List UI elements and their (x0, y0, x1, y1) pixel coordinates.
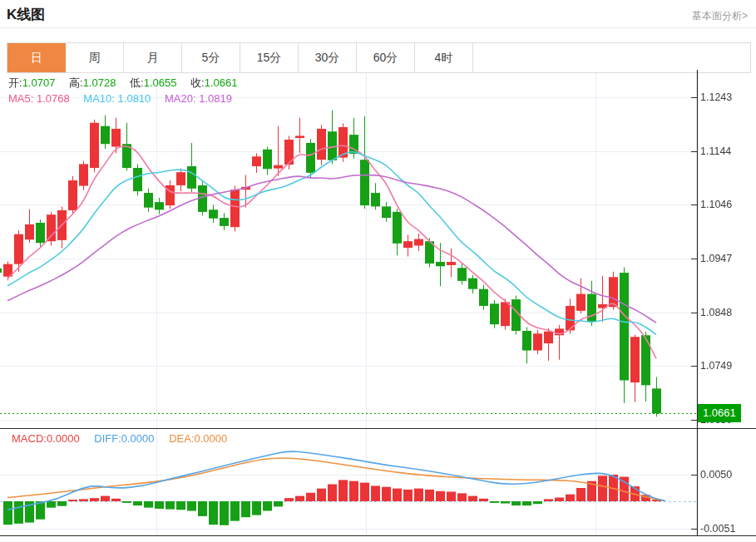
low-value: 1.0655 (144, 76, 177, 89)
close-label: 收: (190, 76, 205, 89)
macd-legend: MACD:0.0000 DIFF:0.0000 DEA:0.0000 (12, 432, 239, 445)
diff-value: 0.0000 (121, 432, 155, 445)
y-axis-label: 1.1046 (700, 199, 732, 210)
ma5-label: MA5: (8, 92, 33, 105)
dea-label: DEA: (169, 432, 194, 445)
open-value: 1.0707 (22, 76, 56, 89)
ohlc-legend: 开:1.0707 高:1.0728 低:1.0655 收:1.0661 (8, 76, 248, 91)
y-axis-label: 1.0947 (700, 253, 732, 264)
y-axis-label: 1.0749 (700, 360, 732, 372)
y-axis-label: 0.0050 (700, 469, 732, 480)
ma10-label: MA10: (83, 92, 115, 105)
ma10-value: 1.0810 (118, 92, 151, 105)
ma20-label: MA20: (165, 92, 196, 105)
diff-label: DIFF: (94, 432, 121, 445)
ma20-value: 1.0819 (199, 92, 232, 105)
ma-legend: MA5: 1.0768 MA10: 1.0810 MA20: 1.0819 (8, 92, 243, 105)
y-axis-label: -0.0051 (700, 523, 735, 535)
ma5-value: 1.0768 (37, 92, 70, 105)
low-label: 低: (130, 76, 144, 89)
close-value: 1.0661 (205, 76, 238, 89)
kline-widget: K线图 基本面分析> 日 周 月 5分 15分 30分 60分 4时 开:1.0… (0, 0, 756, 542)
current-price-badge: 1.0661 (698, 404, 741, 422)
macd-label: MACD: (12, 432, 47, 445)
y-axis-label: 1.1243 (700, 91, 732, 103)
high-value: 1.0728 (83, 76, 116, 89)
open-label: 开: (8, 76, 22, 89)
y-axis-label: 1.0848 (700, 307, 732, 318)
high-label: 高: (69, 76, 83, 89)
dea-value: 0.0000 (195, 432, 228, 445)
y-axis-label: 1.1144 (700, 145, 731, 157)
macd-value: 0.0000 (47, 432, 80, 445)
